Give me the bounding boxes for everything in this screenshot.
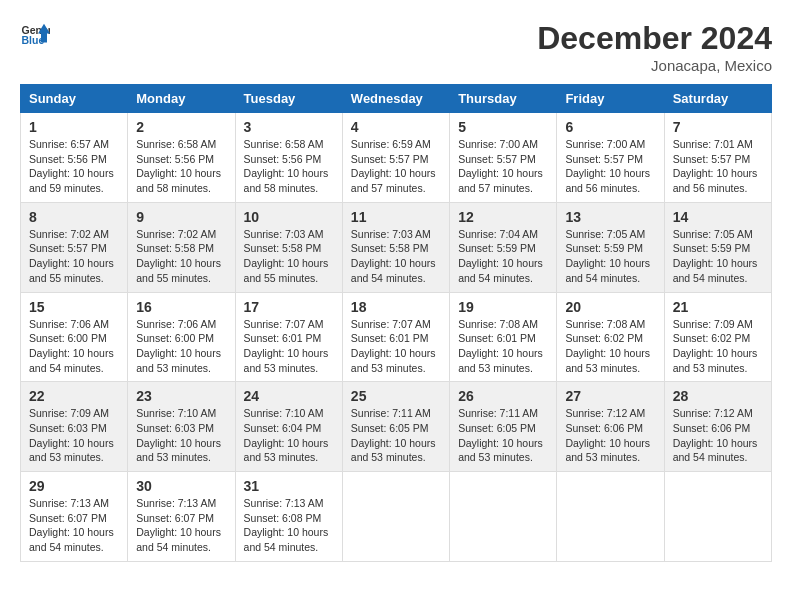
day-info: Sunrise: 7:11 AMSunset: 6:05 PMDaylight:… xyxy=(458,406,548,465)
calendar-day-cell: 23Sunrise: 7:10 AMSunset: 6:03 PMDayligh… xyxy=(128,382,235,472)
day-info: Sunrise: 7:07 AMSunset: 6:01 PMDaylight:… xyxy=(244,317,334,376)
day-info: Sunrise: 7:03 AMSunset: 5:58 PMDaylight:… xyxy=(244,227,334,286)
day-info: Sunrise: 7:02 AMSunset: 5:57 PMDaylight:… xyxy=(29,227,119,286)
page-header: General Blue December 2024 Jonacapa, Mex… xyxy=(20,20,772,74)
day-info: Sunrise: 7:09 AMSunset: 6:03 PMDaylight:… xyxy=(29,406,119,465)
calendar-day-cell: 11Sunrise: 7:03 AMSunset: 5:58 PMDayligh… xyxy=(342,202,449,292)
weekday-header-saturday: Saturday xyxy=(664,85,771,113)
day-info: Sunrise: 7:00 AMSunset: 5:57 PMDaylight:… xyxy=(458,137,548,196)
calendar-day-cell: 25Sunrise: 7:11 AMSunset: 6:05 PMDayligh… xyxy=(342,382,449,472)
day-number: 20 xyxy=(565,299,655,315)
day-number: 24 xyxy=(244,388,334,404)
day-number: 22 xyxy=(29,388,119,404)
day-info: Sunrise: 7:00 AMSunset: 5:57 PMDaylight:… xyxy=(565,137,655,196)
day-number: 7 xyxy=(673,119,763,135)
svg-text:Blue: Blue xyxy=(22,34,45,46)
weekday-header-monday: Monday xyxy=(128,85,235,113)
calendar-day-cell: 16Sunrise: 7:06 AMSunset: 6:00 PMDayligh… xyxy=(128,292,235,382)
day-number: 28 xyxy=(673,388,763,404)
calendar-day-cell: 30Sunrise: 7:13 AMSunset: 6:07 PMDayligh… xyxy=(128,472,235,562)
calendar-table: SundayMondayTuesdayWednesdayThursdayFrid… xyxy=(20,84,772,562)
calendar-week-row: 1Sunrise: 6:57 AMSunset: 5:56 PMDaylight… xyxy=(21,113,772,203)
day-number: 30 xyxy=(136,478,226,494)
calendar-day-cell xyxy=(342,472,449,562)
calendar-week-row: 29Sunrise: 7:13 AMSunset: 6:07 PMDayligh… xyxy=(21,472,772,562)
calendar-day-cell: 18Sunrise: 7:07 AMSunset: 6:01 PMDayligh… xyxy=(342,292,449,382)
calendar-day-cell xyxy=(450,472,557,562)
calendar-day-cell: 2Sunrise: 6:58 AMSunset: 5:56 PMDaylight… xyxy=(128,113,235,203)
day-info: Sunrise: 7:13 AMSunset: 6:08 PMDaylight:… xyxy=(244,496,334,555)
calendar-day-cell: 8Sunrise: 7:02 AMSunset: 5:57 PMDaylight… xyxy=(21,202,128,292)
day-info: Sunrise: 6:59 AMSunset: 5:57 PMDaylight:… xyxy=(351,137,441,196)
day-info: Sunrise: 7:12 AMSunset: 6:06 PMDaylight:… xyxy=(565,406,655,465)
day-info: Sunrise: 7:09 AMSunset: 6:02 PMDaylight:… xyxy=(673,317,763,376)
day-info: Sunrise: 7:12 AMSunset: 6:06 PMDaylight:… xyxy=(673,406,763,465)
calendar-week-row: 22Sunrise: 7:09 AMSunset: 6:03 PMDayligh… xyxy=(21,382,772,472)
day-number: 14 xyxy=(673,209,763,225)
day-number: 13 xyxy=(565,209,655,225)
day-info: Sunrise: 7:08 AMSunset: 6:02 PMDaylight:… xyxy=(565,317,655,376)
calendar-day-cell: 22Sunrise: 7:09 AMSunset: 6:03 PMDayligh… xyxy=(21,382,128,472)
calendar-day-cell: 27Sunrise: 7:12 AMSunset: 6:06 PMDayligh… xyxy=(557,382,664,472)
calendar-day-cell: 1Sunrise: 6:57 AMSunset: 5:56 PMDaylight… xyxy=(21,113,128,203)
day-number: 31 xyxy=(244,478,334,494)
day-info: Sunrise: 6:58 AMSunset: 5:56 PMDaylight:… xyxy=(244,137,334,196)
weekday-header-tuesday: Tuesday xyxy=(235,85,342,113)
day-number: 21 xyxy=(673,299,763,315)
title-block: December 2024 Jonacapa, Mexico xyxy=(537,20,772,74)
calendar-week-row: 15Sunrise: 7:06 AMSunset: 6:00 PMDayligh… xyxy=(21,292,772,382)
day-number: 3 xyxy=(244,119,334,135)
day-info: Sunrise: 6:57 AMSunset: 5:56 PMDaylight:… xyxy=(29,137,119,196)
day-info: Sunrise: 7:11 AMSunset: 6:05 PMDaylight:… xyxy=(351,406,441,465)
day-info: Sunrise: 7:06 AMSunset: 6:00 PMDaylight:… xyxy=(136,317,226,376)
day-number: 10 xyxy=(244,209,334,225)
day-info: Sunrise: 7:05 AMSunset: 5:59 PMDaylight:… xyxy=(565,227,655,286)
calendar-day-cell xyxy=(557,472,664,562)
day-info: Sunrise: 7:05 AMSunset: 5:59 PMDaylight:… xyxy=(673,227,763,286)
day-number: 4 xyxy=(351,119,441,135)
day-number: 23 xyxy=(136,388,226,404)
day-number: 26 xyxy=(458,388,548,404)
calendar-day-cell: 3Sunrise: 6:58 AMSunset: 5:56 PMDaylight… xyxy=(235,113,342,203)
day-info: Sunrise: 7:04 AMSunset: 5:59 PMDaylight:… xyxy=(458,227,548,286)
logo: General Blue xyxy=(20,20,50,50)
day-info: Sunrise: 7:10 AMSunset: 6:04 PMDaylight:… xyxy=(244,406,334,465)
day-info: Sunrise: 7:01 AMSunset: 5:57 PMDaylight:… xyxy=(673,137,763,196)
calendar-day-cell: 6Sunrise: 7:00 AMSunset: 5:57 PMDaylight… xyxy=(557,113,664,203)
day-number: 19 xyxy=(458,299,548,315)
logo-icon: General Blue xyxy=(20,20,50,50)
location-subtitle: Jonacapa, Mexico xyxy=(537,57,772,74)
calendar-week-row: 8Sunrise: 7:02 AMSunset: 5:57 PMDaylight… xyxy=(21,202,772,292)
calendar-day-cell: 7Sunrise: 7:01 AMSunset: 5:57 PMDaylight… xyxy=(664,113,771,203)
day-number: 18 xyxy=(351,299,441,315)
day-info: Sunrise: 7:07 AMSunset: 6:01 PMDaylight:… xyxy=(351,317,441,376)
day-number: 25 xyxy=(351,388,441,404)
day-info: Sunrise: 7:10 AMSunset: 6:03 PMDaylight:… xyxy=(136,406,226,465)
weekday-header-row: SundayMondayTuesdayWednesdayThursdayFrid… xyxy=(21,85,772,113)
day-info: Sunrise: 7:13 AMSunset: 6:07 PMDaylight:… xyxy=(136,496,226,555)
day-info: Sunrise: 7:06 AMSunset: 6:00 PMDaylight:… xyxy=(29,317,119,376)
day-number: 12 xyxy=(458,209,548,225)
day-number: 8 xyxy=(29,209,119,225)
day-number: 5 xyxy=(458,119,548,135)
weekday-header-wednesday: Wednesday xyxy=(342,85,449,113)
calendar-day-cell: 19Sunrise: 7:08 AMSunset: 6:01 PMDayligh… xyxy=(450,292,557,382)
calendar-day-cell: 9Sunrise: 7:02 AMSunset: 5:58 PMDaylight… xyxy=(128,202,235,292)
calendar-day-cell: 26Sunrise: 7:11 AMSunset: 6:05 PMDayligh… xyxy=(450,382,557,472)
weekday-header-thursday: Thursday xyxy=(450,85,557,113)
day-info: Sunrise: 7:03 AMSunset: 5:58 PMDaylight:… xyxy=(351,227,441,286)
calendar-day-cell: 28Sunrise: 7:12 AMSunset: 6:06 PMDayligh… xyxy=(664,382,771,472)
calendar-day-cell: 17Sunrise: 7:07 AMSunset: 6:01 PMDayligh… xyxy=(235,292,342,382)
month-year-title: December 2024 xyxy=(537,20,772,57)
day-number: 6 xyxy=(565,119,655,135)
calendar-day-cell: 29Sunrise: 7:13 AMSunset: 6:07 PMDayligh… xyxy=(21,472,128,562)
day-number: 9 xyxy=(136,209,226,225)
weekday-header-friday: Friday xyxy=(557,85,664,113)
weekday-header-sunday: Sunday xyxy=(21,85,128,113)
calendar-day-cell xyxy=(664,472,771,562)
calendar-day-cell: 24Sunrise: 7:10 AMSunset: 6:04 PMDayligh… xyxy=(235,382,342,472)
calendar-day-cell: 20Sunrise: 7:08 AMSunset: 6:02 PMDayligh… xyxy=(557,292,664,382)
day-number: 27 xyxy=(565,388,655,404)
calendar-day-cell: 5Sunrise: 7:00 AMSunset: 5:57 PMDaylight… xyxy=(450,113,557,203)
day-number: 2 xyxy=(136,119,226,135)
